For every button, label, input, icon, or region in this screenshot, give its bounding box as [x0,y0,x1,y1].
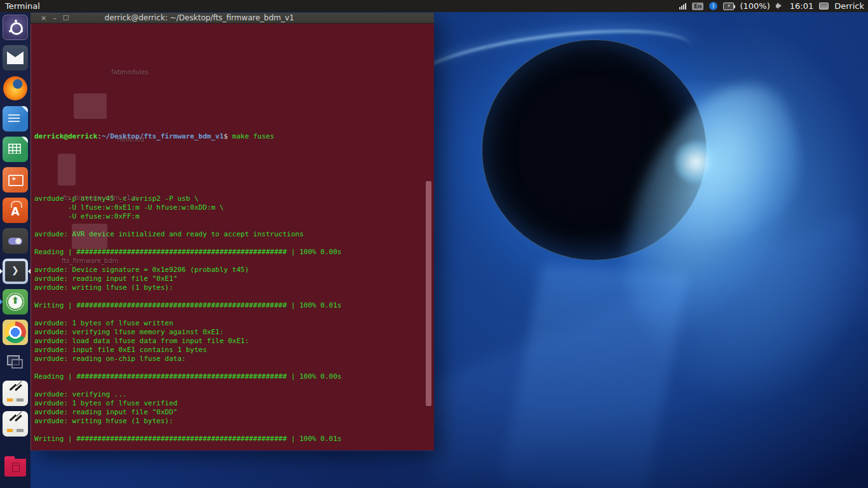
terminal-line: avrdude: verifying lfuse memory against … [34,328,434,337]
terminal-line: Reading | ##############################… [34,248,434,257]
launcher-icon [3,106,28,132]
ghost-desktop-folder [74,93,107,119]
terminal-line: avrdude: reading input file "0xE1" [34,274,434,283]
window-controls: × – ☐ [41,13,69,23]
launcher-icon [3,381,28,406]
terminal-line: avrdude: writing hfuse (1 bytes): [34,417,434,426]
terminal-line [34,444,434,451]
launcher-icon [3,228,28,254]
terminal-line [34,292,434,301]
prompt-command: make fuses [228,132,275,140]
bluetooth-icon[interactable]: ᛒ [709,2,717,10]
launcher-icon [3,167,28,193]
terminal-line: Reading | ##############################… [34,372,434,381]
launcher-item-disk-creator-1[interactable] [0,381,31,406]
launcher-item-files[interactable] [0,45,31,71]
terminal-line [34,381,434,390]
terminal-scrollbar[interactable] [426,181,431,406]
prompt-path: ~/Desktop/fts_firmware_bdm_v1 [102,132,224,140]
terminal-line: avrdude: reading input file "0xDD" [34,408,434,417]
launcher-icon [3,350,28,376]
launcher-icon [3,411,28,437]
wallpaper-bright-knot [674,140,718,184]
terminal-line [34,257,434,266]
terminal-line: avrdude -p attiny45 -c avrisp2 -P usb \ [34,194,434,203]
terminal-line: -U efuse:w:0xFF:m [34,212,434,221]
terminal-line: avrdude: input file 0xE1 contains 1 byte… [34,346,434,355]
launcher-item-system-settings[interactable] [0,228,31,254]
window-titlebar[interactable]: × – ☐ derrick@derrick: ~/Desktop/fts_fir… [31,13,434,24]
terminal-line [34,426,434,435]
terminal-line: avrdude: 1 bytes of lfuse written [34,319,434,328]
terminal-prompt-line: derrick@derrick:~/Desktop/fts_firmware_b… [34,132,434,141]
minimize-icon[interactable]: – [53,13,57,23]
terminal-window: × – ☐ derrick@derrick: ~/Desktop/fts_fir… [31,13,434,451]
terminal-line [34,221,434,230]
launcher-icon [3,76,28,101]
battery-icon[interactable]: ⚡ [723,3,734,10]
launcher-icon [3,45,28,71]
maximize-icon[interactable]: ☐ [63,13,69,23]
launcher-item-libreoffice-writer[interactable] [0,106,31,132]
terminal-line [34,363,434,372]
panel-app-title[interactable]: Terminal [5,1,40,11]
launcher-item-workspace-switcher[interactable] [0,350,31,376]
launcher-icon [3,198,28,223]
launcher-item-dash[interactable] [0,15,31,40]
launcher-item-firefox[interactable] [0,76,31,101]
terminal-line: avrdude: 1 bytes of lfuse verified [34,399,434,408]
window-title: derrick@derrick: ~/Desktop/fts_firmware_… [105,13,294,22]
close-icon[interactable]: × [41,13,46,23]
launcher-item-terminal[interactable] [0,259,31,284]
unity-launcher [0,12,31,488]
session-icon[interactable] [819,3,829,10]
clock[interactable]: 16:01 [790,1,813,11]
battery-percentage[interactable]: (100%) [740,1,770,11]
terminal-line [34,239,434,248]
terminal-line: Writing | ##############################… [34,301,434,310]
launcher-icon [3,454,28,479]
terminal-line: Writing | ##############################… [34,435,434,444]
launcher-icon [3,320,28,345]
launcher-item-software-updater[interactable] [0,289,31,315]
username[interactable]: Derrick [834,1,864,11]
prompt-user: derrick@derrick [34,132,97,140]
launcher-icon [3,15,28,40]
sound-icon[interactable] [776,3,784,10]
launcher-item-chrome[interactable] [0,320,31,345]
launcher-item-libreoffice-calc[interactable] [0,137,31,162]
launcher-icon [3,137,28,162]
focused-indicator [28,269,31,274]
terminal-line: avrdude: writing lfuse (1 bytes): [34,283,434,292]
indicator-tray: En ᛒ ⚡ (100%) 16:01 Derrick [679,1,868,11]
terminal-line: avrdude: Device signature = 0x1e9206 (pr… [34,266,434,274]
ghost-desktop-label: fabmodules [111,68,149,77]
terminal-line [34,310,434,319]
launcher-item-libreoffice-impress[interactable] [0,167,31,193]
terminal-line: avrdude: verifying ... [34,390,434,399]
terminal-output: avrdude -p attiny45 -c avrisp2 -P usb \ … [34,177,434,451]
launcher-icon [3,289,28,315]
terminal-line: avrdude: AVR device initialized and read… [34,230,434,239]
launcher-item-trash[interactable] [0,454,31,479]
launcher-item-ubuntu-software[interactable] [0,198,31,223]
terminal-content[interactable]: fabmodules Hello.lcd fts_firmware_bdm_v1… [31,24,434,451]
launcher-icon [3,259,28,284]
terminal-line: -U lfuse:w:0xE1:m -U hfuse:w:0xDD:m \ [34,203,434,212]
keyboard-layout-indicator[interactable]: En [692,3,704,10]
launcher-item-disk-creator-2[interactable] [0,411,31,437]
terminal-line: avrdude: reading on-chip lfuse data: [34,355,434,363]
terminal-line: avrdude: load data lfuse data from input… [34,337,434,346]
network-signal-icon[interactable] [679,3,686,10]
top-panel: Terminal En ᛒ ⚡ (100%) 16:01 Derrick [0,0,868,12]
